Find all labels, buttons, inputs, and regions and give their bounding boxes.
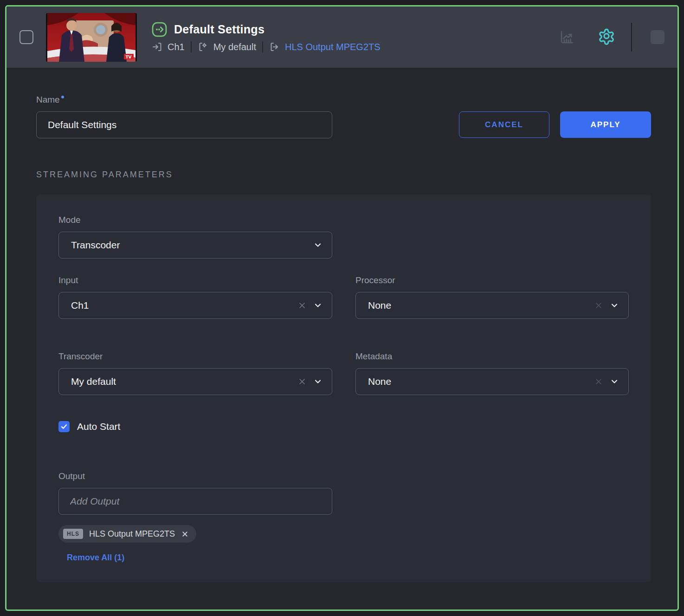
tag-label: HLS Output MPEG2TS — [89, 529, 175, 539]
name-row: CANCEL APPLY — [36, 111, 651, 138]
checkbox-checked-icon[interactable] — [58, 421, 70, 432]
auto-start-label: Auto Start — [77, 421, 120, 432]
processor-field-group: Processor None — [355, 275, 629, 319]
input-label: Input — [58, 275, 332, 285]
stats-button[interactable] — [559, 29, 575, 45]
input-icon — [152, 41, 163, 52]
mode-field-group: Mode Transcoder — [58, 215, 332, 259]
name-label: Name — [36, 95, 651, 105]
remove-tag-icon[interactable] — [181, 530, 189, 538]
transcoder-label: Transcoder — [58, 351, 332, 362]
section-title: STREAMING PARAMETERS — [36, 170, 651, 180]
modal-body: Name CANCEL APPLY STREAMING PARAMETERS M… — [6, 68, 678, 610]
input-processor-row: Input Ch1 Processor — [58, 275, 629, 319]
cancel-button[interactable]: CANCEL — [459, 111, 549, 138]
news-studio-thumbnail-art: TV — [46, 13, 137, 62]
name-input[interactable] — [36, 111, 332, 138]
output-tag: HLS HLS Output MPEG2TS — [58, 525, 196, 543]
breadcrumb: Ch1 My default — [152, 41, 381, 52]
output-label: Output — [58, 471, 332, 481]
metadata-select[interactable]: None — [355, 368, 629, 395]
metadata-field-group: Metadata None — [355, 351, 629, 395]
streaming-parameters-panel: Mode Transcoder Input Ch1 — [36, 195, 651, 582]
window-action-button[interactable] — [651, 30, 665, 44]
chevron-down-icon[interactable] — [313, 240, 323, 250]
transcoder-metadata-row: Transcoder My default Metadata — [58, 351, 629, 395]
svg-text:TV: TV — [125, 55, 131, 59]
output-field-group: Output HLS HLS Output MPEG2TS Remove All… — [58, 471, 332, 563]
stream-settings-modal: TV Default Settings — [5, 5, 679, 611]
auto-start-checkbox-row[interactable]: Auto Start — [58, 421, 629, 432]
stats-chart-icon — [559, 29, 575, 45]
header-title-block: Default Settings Ch1 — [152, 22, 381, 52]
processor-label: Processor — [355, 275, 629, 285]
remove-all-link[interactable]: Remove All (1) — [67, 553, 124, 563]
breadcrumb-divider — [262, 41, 263, 52]
breadcrumb-output-link[interactable]: HLS Output MPEG2TS — [269, 41, 381, 52]
breadcrumb-transcoder: My default — [198, 41, 256, 52]
breadcrumb-input: Ch1 — [152, 41, 185, 52]
mode-select[interactable]: Transcoder — [58, 232, 332, 259]
stream-status-icon — [152, 22, 167, 37]
processor-select[interactable]: None — [355, 292, 629, 319]
page-title: Default Settings — [174, 23, 265, 36]
select-checkbox[interactable] — [19, 30, 33, 44]
settings-button[interactable] — [598, 28, 615, 46]
clear-icon[interactable] — [297, 377, 307, 386]
apply-button[interactable]: APPLY — [560, 111, 651, 138]
channel-preview-thumbnail: TV — [46, 13, 137, 62]
header-actions — [559, 23, 665, 52]
output-tags: HLS HLS Output MPEG2TS — [58, 525, 332, 543]
required-dot — [61, 96, 64, 98]
modal-header: TV Default Settings — [6, 6, 678, 68]
chevron-down-icon[interactable] — [610, 377, 619, 386]
gear-icon — [598, 28, 615, 46]
chevron-down-icon[interactable] — [313, 377, 323, 386]
breadcrumb-divider — [191, 41, 192, 52]
input-field-group: Input Ch1 — [58, 275, 332, 319]
metadata-label: Metadata — [355, 351, 629, 362]
output-icon — [269, 41, 280, 52]
header-divider — [631, 23, 632, 52]
transcoder-icon — [198, 41, 209, 52]
tag-protocol-badge: HLS — [63, 529, 83, 539]
clear-icon[interactable] — [297, 301, 307, 310]
clear-icon[interactable] — [594, 301, 603, 310]
mode-label: Mode — [58, 215, 332, 225]
transcoder-field-group: Transcoder My default — [58, 351, 332, 395]
chevron-down-icon[interactable] — [313, 301, 323, 310]
clear-icon[interactable] — [594, 377, 603, 386]
screen: TV Default Settings — [0, 0, 684, 616]
transcoder-select[interactable]: My default — [58, 368, 332, 395]
chevron-down-icon[interactable] — [610, 301, 619, 310]
input-select[interactable]: Ch1 — [58, 292, 332, 319]
add-output-input[interactable] — [58, 488, 332, 515]
